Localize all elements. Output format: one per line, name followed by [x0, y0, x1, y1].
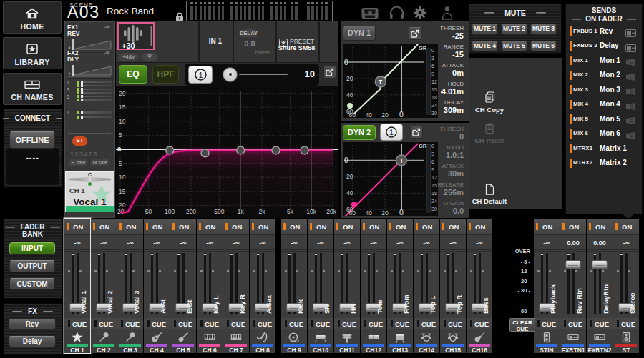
svg-text:40: 40	[365, 111, 372, 118]
svg-text:30: 30	[431, 111, 437, 116]
svg-text:24: 24	[431, 199, 437, 204]
svg-text:5: 5	[119, 131, 122, 139]
svg-text:1: 1	[389, 128, 394, 136]
svg-text:20: 20	[346, 173, 353, 180]
svg-text:20: 20	[346, 75, 353, 82]
svg-text:0: 0	[344, 59, 348, 66]
svg-text:20: 20	[119, 90, 126, 97]
svg-text:20: 20	[381, 111, 389, 118]
svg-text:15: 15	[119, 188, 126, 195]
svg-text:9: 9	[431, 167, 434, 172]
svg-text:20: 20	[381, 209, 389, 216]
svg-text:40: 40	[365, 209, 372, 216]
svg-text:12: 12	[431, 175, 437, 180]
svg-text:40: 40	[346, 91, 353, 99]
svg-text:0: 0	[399, 110, 404, 118]
svg-text:10: 10	[119, 118, 126, 125]
svg-text:T: T	[379, 79, 383, 86]
svg-text:3: 3	[431, 56, 434, 61]
svg-text:3: 3	[431, 151, 434, 156]
svg-text:0: 0	[431, 144, 434, 149]
svg-text:0: 0	[117, 145, 121, 153]
svg-text:60: 60	[349, 209, 356, 216]
svg-text:40: 40	[346, 189, 353, 197]
svg-text:0: 0	[431, 48, 434, 53]
svg-text:1: 1	[198, 71, 203, 79]
svg-text:18: 18	[431, 191, 437, 196]
svg-text:6: 6	[431, 159, 434, 164]
svg-text:15: 15	[119, 104, 126, 111]
svg-text:T: T	[399, 157, 404, 164]
svg-text:12: 12	[431, 79, 437, 84]
svg-text:GR: GR	[419, 45, 427, 51]
svg-text:30: 30	[431, 207, 437, 212]
svg-text:10: 10	[119, 174, 126, 181]
svg-text:0: 0	[344, 156, 348, 164]
svg-text:15: 15	[431, 87, 437, 92]
svg-text:18: 18	[431, 95, 437, 100]
svg-text:0: 0	[399, 208, 404, 216]
svg-text:60: 60	[349, 111, 356, 118]
svg-text:9: 9	[431, 71, 434, 76]
svg-text:5: 5	[119, 160, 122, 167]
svg-text:15: 15	[431, 183, 437, 188]
svg-text:24: 24	[431, 103, 437, 108]
svg-text:6: 6	[431, 64, 434, 69]
svg-text:GR: GR	[419, 143, 427, 149]
